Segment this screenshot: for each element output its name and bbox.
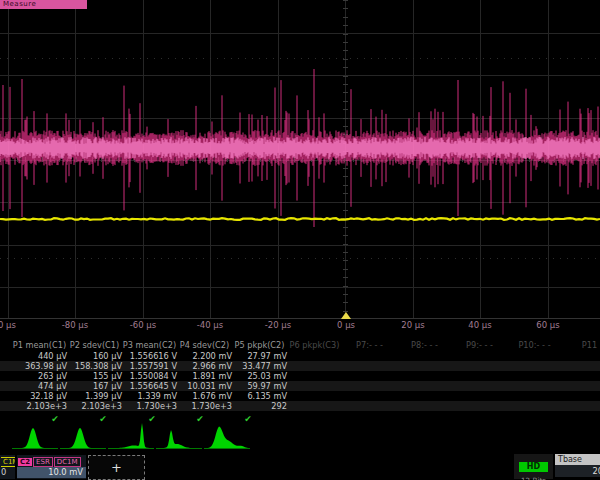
measure-table-row: 2.103e+32.103e+31.730e+31.730e+3292: [0, 401, 600, 411]
c2-trace-core: [0, 137, 600, 159]
time-axis-label: -20 µs: [265, 320, 291, 330]
time-axis-label: -100 µs: [0, 320, 16, 330]
oscilloscope-screen: Measure -100 µs-80 µs-60 µs-40 µs-20 µs0…: [0, 0, 600, 480]
c1-trace: [0, 218, 600, 220]
measure-value-cell: 2.966 mV: [177, 361, 232, 371]
measure-value-cell: 363.98 µV: [12, 361, 67, 371]
timebase-title: Tbase: [555, 454, 600, 465]
grid-dotted-line: [0, 258, 600, 259]
measure-header-5[interactable]: P5 pkpk(C2): [232, 340, 287, 351]
timebase-descriptor[interactable]: Tbase 20.0: [555, 454, 600, 479]
measure-histicon[interactable]: [156, 430, 202, 448]
measure-value-cell: 160 µV: [67, 351, 122, 361]
c1-volts-per-div: 0 mV: [0, 467, 15, 478]
measure-table-row: 363.98 µV158.308 µV1.557591 V2.966 mV33.…: [0, 361, 600, 371]
measure-value-cell: 155 µV: [67, 371, 122, 381]
measure-header-8[interactable]: P8:- - -: [397, 340, 452, 351]
grid-hline: [0, 287, 600, 288]
c2-coupling-badge: DC1M: [54, 457, 81, 467]
time-axis-label: -60 µs: [130, 320, 156, 330]
measure-status-check: ✔: [99, 413, 107, 425]
measure-histicon[interactable]: [12, 428, 58, 448]
measure-status-check: ✔: [148, 413, 156, 425]
measure-table-row: 32.18 µV1.399 µV1.339 mV1.676 mV6.135 mV: [0, 391, 600, 401]
measure-header-10[interactable]: P10:- - -: [507, 340, 562, 351]
c1-coupling-badge: C1M: [1, 457, 15, 467]
channel-c2-descriptor[interactable]: C2 ESR DC1M 10.0 mV: [17, 455, 86, 479]
time-axis-label: -80 µs: [62, 320, 88, 330]
measure-value-cell: 440 µV: [12, 351, 67, 361]
grid-hline: [0, 33, 600, 34]
grid-hline: [0, 118, 600, 119]
measure-header-11[interactable]: P11: [562, 340, 600, 351]
time-axis-label: 20 µs: [401, 320, 424, 330]
measure-value-cell: 263 µV: [12, 371, 67, 381]
measure-value-cell: 474 µV: [12, 381, 67, 391]
measure-header-7[interactable]: P7:- - -: [342, 340, 397, 351]
time-axis-label: 0 µs: [337, 320, 355, 330]
measure-value-cell: 59.97 mV: [232, 381, 287, 391]
measure-value-cell: 1.730e+3: [122, 401, 177, 411]
measure-value-cell: 1.550084 V: [122, 371, 177, 381]
measure-value-cell: 2.103e+3: [67, 401, 122, 411]
c2-trace-noise: [0, 69, 600, 227]
measure-header-6[interactable]: P6 pkpk(C3): [287, 340, 342, 351]
add-trace-button[interactable]: +: [88, 455, 145, 480]
measure-value-cell: 25.03 mV: [232, 371, 287, 381]
grid-hline: [0, 75, 600, 76]
measure-value-cell: 1.676 mV: [177, 391, 232, 401]
grid-hline: [0, 245, 600, 246]
measure-value-cell: 1.399 µV: [67, 391, 122, 401]
measure-value-cell: 1.557591 V: [122, 361, 177, 371]
measure-table-row: 440 µV160 µV1.556616 V2.200 mV27.97 mV: [0, 351, 600, 361]
measure-value-cell: 1.730e+3: [177, 401, 232, 411]
measure-table-row: 474 µV167 µV1.556645 V10.031 mV59.97 mV: [0, 381, 600, 391]
measure-value-cell: 2.200 mV: [177, 351, 232, 361]
timebase-value: 20.0: [555, 465, 600, 477]
measure-status-check: ✔: [196, 413, 204, 425]
measure-value-cell: 1.556645 V: [122, 381, 177, 391]
c2-volts-per-div: 10.0 mV: [17, 467, 86, 478]
measure-header-1[interactable]: P1 mean(C1): [12, 340, 67, 351]
grid-dotted-line: [0, 58, 600, 59]
measure-value-cell: 1.891 mV: [177, 371, 232, 381]
hd-badge: HD: [519, 462, 548, 472]
measure-histicon[interactable]: [60, 428, 106, 448]
grid-bottom-edge: [0, 318, 600, 319]
center-horizontal-ticks: [0, 157, 600, 162]
time-axis-label: 60 µs: [536, 320, 559, 330]
measure-histicon[interactable]: [108, 423, 154, 448]
hd-bits-label: 12 Bits: [514, 476, 553, 480]
grid-hline: [0, 202, 600, 203]
measure-header-9[interactable]: P9:- - -: [452, 340, 507, 351]
measure-value-cell: 2.103e+3: [12, 401, 67, 411]
hd-mode-indicator[interactable]: HD 12 Bits: [514, 454, 553, 479]
channel-c1-descriptor[interactable]: C1M 0 mV: [0, 455, 15, 479]
measure-header-3[interactable]: P3 mean(C2): [122, 340, 177, 351]
measure-value-cell: 27.97 mV: [232, 351, 287, 361]
top-left-measure-badge[interactable]: Measure: [0, 0, 87, 9]
measure-value-cell: 158.308 µV: [67, 361, 122, 371]
c2-esr-badge: ESR: [33, 457, 53, 467]
measure-value-cell: 167 µV: [67, 381, 122, 391]
time-axis-label: -40 µs: [197, 320, 223, 330]
c2-channel-badge: C2: [18, 458, 32, 466]
time-axis-label: 40 µs: [468, 320, 491, 330]
measure-value-cell: 33.477 mV: [232, 361, 287, 371]
measure-status-check: ✔: [244, 413, 252, 425]
trigger-position-marker[interactable]: [341, 312, 351, 319]
measure-value-cell: 1.339 mV: [122, 391, 177, 401]
measure-table-header-row: P1 mean(C1)P2 sdev(C1)P3 mean(C2)P4 sdev…: [0, 340, 600, 351]
measure-header-2[interactable]: P2 sdev(C1): [67, 340, 122, 351]
measure-value-cell: 6.135 mV: [232, 391, 287, 401]
measure-table-row: 263 µV155 µV1.550084 V1.891 mV25.03 mV: [0, 371, 600, 381]
measure-value-cell: 1.556616 V: [122, 351, 177, 361]
measure-value-cell: 32.18 µV: [12, 391, 67, 401]
measure-header-4[interactable]: P4 sdev(C2): [177, 340, 232, 351]
measure-status-check: ✔: [51, 413, 59, 425]
measure-histicon[interactable]: [204, 427, 250, 448]
measure-value-cell: 10.031 mV: [177, 381, 232, 391]
measure-value-cell: 292: [232, 401, 287, 411]
